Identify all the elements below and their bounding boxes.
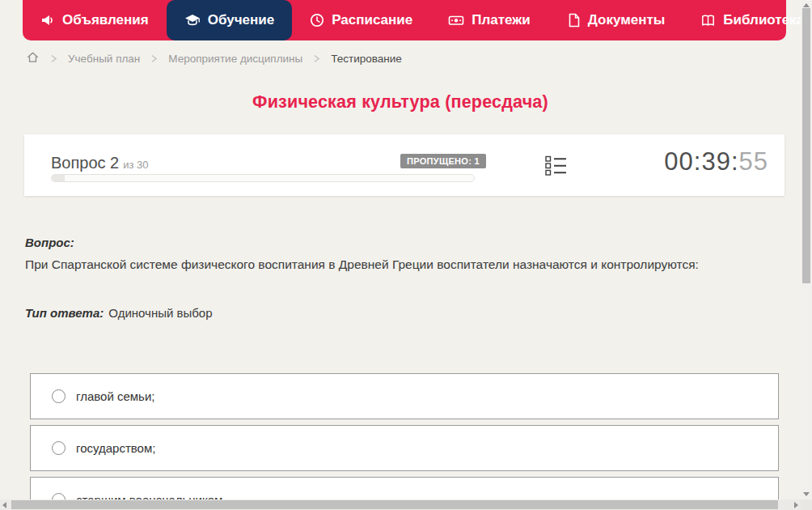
progress-bar	[51, 174, 475, 182]
chevron-right-icon	[313, 54, 320, 63]
payments-icon	[448, 13, 464, 28]
progress-fill	[52, 175, 65, 181]
clock-icon	[310, 13, 324, 28]
answer-type-value: Одиночный выбор	[108, 306, 212, 320]
option-label: государством;	[76, 441, 155, 455]
quiz-header-panel: Вопрос 2из 30 ПРОПУЩЕНО: 1 00:39:55	[24, 134, 785, 196]
answer-type-row: Тип ответа:Одиночный выбор	[25, 306, 213, 320]
chevron-right-icon	[150, 54, 158, 63]
scroll-down-arrow-icon[interactable]	[803, 492, 810, 496]
nav-item-label: Платежи	[472, 12, 531, 28]
nav-item-label: Объявления	[62, 12, 149, 28]
question-list-button[interactable]	[545, 155, 567, 180]
breadcrumb: Учебный план Мероприятие дисциплины Тест…	[26, 50, 402, 66]
nav-item-schedule[interactable]: Расписание	[292, 0, 430, 40]
nav-item-library[interactable]: Библиотека	[683, 0, 812, 40]
nav-item-payments[interactable]: Платежи	[430, 0, 548, 40]
answer-type-label: Тип ответа:	[25, 306, 104, 320]
nav-item-label: Документы	[588, 12, 666, 28]
document-icon	[566, 13, 581, 28]
answer-option[interactable]: главой семьи;	[30, 373, 779, 419]
book-icon	[700, 13, 716, 28]
main-nav: Объявления Обучение Расписание Платежи Д…	[23, 0, 786, 40]
timer-main: 00:39:	[664, 147, 738, 176]
breadcrumb-testing: Тестирование	[331, 53, 402, 65]
megaphone-icon	[40, 13, 55, 28]
horizontal-scrollbar-thumb[interactable]	[11, 500, 778, 509]
graduation-cap-icon	[184, 14, 201, 28]
breadcrumb-discipline-event[interactable]: Мероприятие дисциплины	[168, 53, 302, 65]
option-label: главой семьи;	[76, 389, 154, 403]
home-icon[interactable]	[26, 50, 40, 66]
question-number: Вопрос 2из 30	[51, 154, 149, 172]
scrollbar-corner	[801, 499, 812, 510]
nav-item-learning[interactable]: Обучение	[167, 0, 292, 40]
vertical-scrollbar-thumb[interactable]	[802, 8, 810, 283]
question-label: Вопрос:	[25, 236, 777, 249]
question-total: из 30	[123, 159, 148, 171]
page-title: Физическая культура (пересдача)	[0, 92, 801, 113]
horizontal-scrollbar[interactable]	[0, 499, 801, 510]
skipped-badge: ПРОПУЩЕНО: 1	[400, 154, 486, 168]
timer-seconds: 55	[739, 147, 768, 176]
nav-item-label: Расписание	[332, 12, 412, 28]
answer-option[interactable]: государством;	[30, 425, 779, 471]
breadcrumb-curriculum[interactable]: Учебный план	[68, 53, 140, 65]
radio-button[interactable]	[52, 389, 66, 403]
scroll-right-arrow-icon[interactable]	[794, 502, 798, 508]
chevron-right-icon	[50, 54, 57, 63]
vertical-scrollbar[interactable]	[801, 0, 812, 499]
nav-item-announcements[interactable]: Объявления	[23, 0, 167, 40]
nav-item-label: Обучение	[208, 12, 274, 28]
question-block: Вопрос: При Спартанской системе физическ…	[25, 236, 777, 274]
nav-item-documents[interactable]: Документы	[548, 0, 683, 40]
radio-button[interactable]	[52, 441, 66, 455]
nav-item-label: Библиотека	[723, 12, 804, 28]
scroll-left-arrow-icon[interactable]	[2, 502, 6, 508]
timer: 00:39:55	[664, 147, 768, 176]
quiz-page: Объявления Обучение Расписание Платежи Д…	[0, 0, 812, 510]
question-text: При Спартанской системе физического восп…	[25, 257, 777, 274]
answer-options: главой семьи; государством; старшим воен…	[30, 373, 779, 510]
scroll-up-arrow-icon[interactable]	[803, 3, 810, 7]
